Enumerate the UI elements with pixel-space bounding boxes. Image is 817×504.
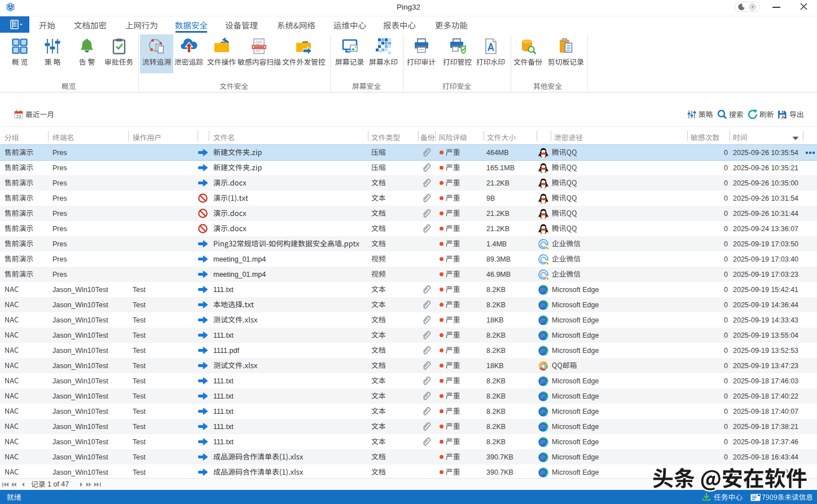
svg-text:23: 23 [16,114,21,119]
